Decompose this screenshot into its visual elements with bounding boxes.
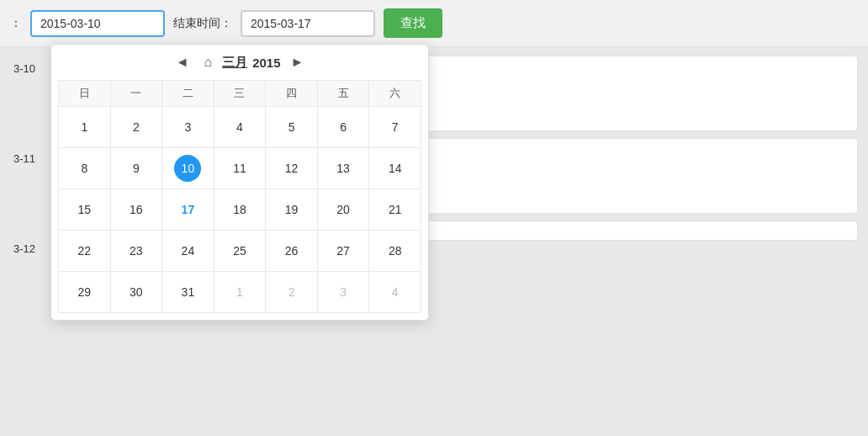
calendar-day[interactable]: 4 xyxy=(369,272,421,313)
weekday-sun: 日 xyxy=(59,81,111,107)
calendar-day[interactable]: 4 xyxy=(214,107,266,148)
start-label: ： xyxy=(10,16,22,31)
calendar-week-row: 2930311234 xyxy=(59,272,421,313)
calendar-day[interactable]: 19 xyxy=(266,189,318,231)
calendar-day[interactable]: 10 xyxy=(162,148,214,189)
weekday-tue: 二 xyxy=(162,81,214,107)
calendar-day[interactable]: 28 xyxy=(369,231,421,272)
calendar-month: 三月 xyxy=(222,55,247,71)
calendar-week-row: 22232425262728 xyxy=(59,231,421,272)
calendar-day[interactable]: 14 xyxy=(369,148,421,189)
calendar-day[interactable]: 25 xyxy=(214,231,266,272)
calendar-week-row: 15161718192021 xyxy=(59,189,421,231)
calendar-day[interactable]: 5 xyxy=(266,107,318,148)
calendar-day[interactable]: 16 xyxy=(110,189,162,231)
calendar-day[interactable]: 20 xyxy=(317,189,369,231)
calendar-day[interactable]: 12 xyxy=(266,148,318,189)
top-bar: ： 结束时间： 查找 xyxy=(0,0,868,47)
weekday-fri: 五 xyxy=(317,81,369,107)
calendar-weekday-row: 日 一 二 三 四 五 六 xyxy=(59,81,421,107)
calendar-day[interactable]: 7 xyxy=(369,107,421,148)
cal-prev-button[interactable]: ◄ xyxy=(171,53,194,72)
calendar-week-row: 891011121314 xyxy=(59,148,421,189)
weekday-wed: 三 xyxy=(214,81,266,107)
calendar-day[interactable]: 15 xyxy=(59,189,111,231)
calendar-day[interactable]: 23 xyxy=(110,231,162,272)
search-button[interactable]: 查找 xyxy=(384,8,442,38)
calendar-day[interactable]: 26 xyxy=(266,231,318,272)
calendar-day[interactable]: 8 xyxy=(59,148,111,189)
calendar-day[interactable]: 2 xyxy=(266,272,318,313)
calendar-day[interactable]: 3 xyxy=(162,107,214,148)
calendar-day[interactable]: 1 xyxy=(214,272,266,313)
calendar-day[interactable]: 13 xyxy=(317,148,369,189)
calendar-day[interactable]: 21 xyxy=(369,189,421,231)
start-date-input[interactable] xyxy=(30,10,165,37)
calendar-day[interactable]: 2 xyxy=(110,107,162,148)
calendar-day[interactable]: 18 xyxy=(214,189,266,231)
calendar-day[interactable]: 1 xyxy=(59,107,111,148)
calendar-day[interactable]: 22 xyxy=(59,231,111,272)
calendar-year: 2015 xyxy=(252,56,280,70)
cal-home-button[interactable]: ⌂ xyxy=(198,53,217,72)
calendar-grid: 日 一 二 三 四 五 六 12345678910111213141516171… xyxy=(58,80,421,313)
calendar-header: ◄ ⌂ 三月 2015 ► xyxy=(58,53,421,72)
calendar-popup: ◄ ⌂ 三月 2015 ► 日 一 二 三 四 五 六 123456789101… xyxy=(50,44,429,321)
calendar-week-row: 1234567 xyxy=(59,107,421,148)
calendar-day[interactable]: 17 xyxy=(162,189,214,231)
weekday-sat: 六 xyxy=(369,81,421,107)
calendar-day[interactable]: 29 xyxy=(59,272,111,313)
weekday-thu: 四 xyxy=(266,81,318,107)
calendar-day[interactable]: 27 xyxy=(317,231,369,272)
calendar-day[interactable]: 30 xyxy=(110,272,162,313)
weekday-mon: 一 xyxy=(110,81,162,107)
calendar-day[interactable]: 6 xyxy=(317,107,369,148)
calendar-day[interactable]: 9 xyxy=(110,148,162,189)
end-date-input[interactable] xyxy=(241,10,375,37)
cal-next-button[interactable]: ► xyxy=(286,53,310,72)
calendar-day[interactable]: 24 xyxy=(162,231,214,272)
calendar-day[interactable]: 3 xyxy=(317,272,369,313)
end-label: 结束时间： xyxy=(173,16,232,31)
calendar-day[interactable]: 31 xyxy=(162,272,214,313)
calendar-day[interactable]: 11 xyxy=(214,148,266,189)
